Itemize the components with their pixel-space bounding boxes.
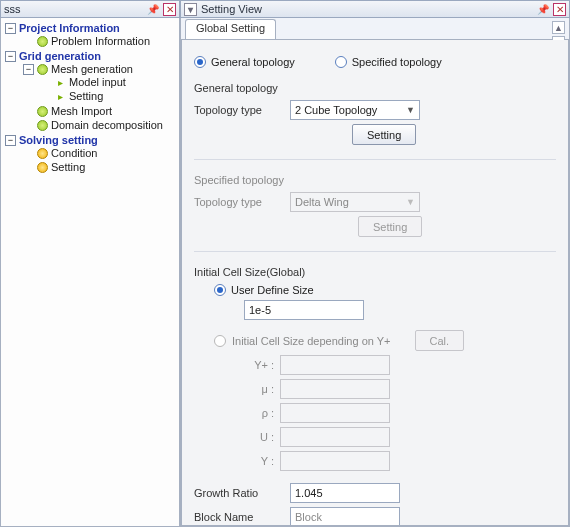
close-icon[interactable]: ✕: [553, 3, 566, 16]
radio-icon: [214, 335, 226, 347]
group-general-topology: General topology: [194, 82, 556, 94]
left-pane-title: sss: [4, 3, 142, 15]
left-pane-header: sss 📌 ✕: [0, 0, 180, 18]
input-growth-ratio[interactable]: [290, 483, 400, 503]
radio-icon: [335, 56, 347, 68]
close-icon[interactable]: ✕: [163, 3, 176, 16]
leaf-icon: ▸: [55, 91, 66, 102]
tree-solving-setting[interactable]: − Solving setting: [5, 134, 179, 146]
label-y: Y :: [234, 455, 274, 467]
tab-global-setting[interactable]: Global Setting: [185, 19, 276, 39]
input-rho: [280, 403, 390, 423]
radio-general-topology[interactable]: General topology: [194, 56, 295, 68]
right-pane-header: ▾ Setting View 📌 ✕: [180, 0, 570, 18]
node-icon: [37, 162, 48, 173]
cal-button: Cal.: [415, 330, 465, 351]
tree-mesh-generation[interactable]: − Mesh generation: [23, 63, 179, 75]
collapse-icon[interactable]: −: [23, 64, 34, 75]
tree-condition[interactable]: Condition: [23, 147, 179, 159]
leaf-icon: ▸: [55, 77, 66, 88]
radio-icon: [194, 56, 206, 68]
tree-project-information[interactable]: − Project Information: [5, 22, 179, 34]
collapse-icon[interactable]: −: [5, 23, 16, 34]
tree-solve-setting[interactable]: Setting: [23, 161, 179, 173]
tree-problem-information[interactable]: Problem Information: [23, 35, 179, 47]
input-u: [280, 427, 390, 447]
combo-general-topology-type[interactable]: 2 Cube Topology: [290, 100, 420, 120]
radio-icon: [214, 284, 226, 296]
specified-setting-button: Setting: [358, 216, 422, 237]
node-icon: [37, 64, 48, 75]
label-yplus: Y+ :: [234, 359, 274, 371]
input-user-define-size[interactable]: [244, 300, 364, 320]
input-yplus: [280, 355, 390, 375]
tree-domain-decomposition[interactable]: Domain decomposition: [23, 119, 179, 131]
pin-icon[interactable]: 📌: [146, 3, 159, 16]
tree-view: − Project Information Problem Informatio…: [0, 18, 180, 527]
scroll-up-icon[interactable]: ▲: [552, 21, 565, 34]
radio-user-define-size[interactable]: User Define Size: [214, 284, 556, 296]
general-setting-button[interactable]: Setting: [352, 124, 416, 145]
collapse-icon[interactable]: −: [5, 51, 16, 62]
radio-yplus-size[interactable]: Initial Cell Size depending on Y+ Cal.: [214, 330, 556, 351]
combo-specified-topology-type: Delta Wing: [290, 192, 420, 212]
tab-bar: Global Setting ▲ □: [181, 18, 569, 40]
window-icon[interactable]: ▾: [184, 3, 197, 16]
node-icon: [37, 120, 48, 131]
label-u: U :: [234, 431, 274, 443]
label-topology-type: Topology type: [194, 104, 284, 116]
input-y: [280, 451, 390, 471]
tree-grid-generation[interactable]: − Grid generation: [5, 50, 179, 62]
node-icon: [37, 148, 48, 159]
tree-mesh-import[interactable]: Mesh Import: [23, 105, 179, 117]
label-mu: μ :: [234, 383, 274, 395]
label-block-name: Block Name: [194, 511, 284, 523]
label-growth-ratio: Growth Ratio: [194, 487, 284, 499]
pin-icon[interactable]: 📌: [536, 3, 549, 16]
radio-specified-topology[interactable]: Specified topology: [335, 56, 442, 68]
tree-model-input[interactable]: ▸ Model input: [41, 76, 179, 88]
node-icon: [37, 36, 48, 47]
label-topology-type-specified: Topology type: [194, 196, 284, 208]
label-rho: ρ :: [234, 407, 274, 419]
input-mu: [280, 379, 390, 399]
setting-panel: General topology Specified topology Gene…: [181, 40, 569, 526]
group-initial-cell-size: Initial Cell Size(Global): [194, 266, 556, 278]
right-pane-title: Setting View: [201, 3, 532, 15]
tree-setting[interactable]: ▸ Setting: [41, 90, 179, 102]
input-block-name[interactable]: [290, 507, 400, 526]
collapse-icon[interactable]: −: [5, 135, 16, 146]
node-icon: [37, 106, 48, 117]
group-specified-topology: Specified topology: [194, 174, 556, 186]
